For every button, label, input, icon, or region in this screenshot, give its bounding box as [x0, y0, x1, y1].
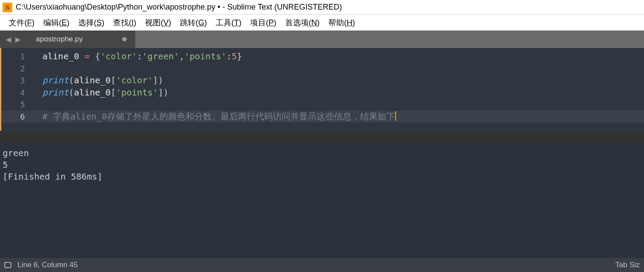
tab-back-icon[interactable]: ◀	[6, 35, 11, 44]
output-line: green	[3, 148, 29, 158]
editor[interactable]: 1 2 3 4 5 6 aline_0 = {'color':'green','…	[0, 48, 644, 131]
tab-dirty-icon	[122, 37, 127, 41]
tab-size-indicator[interactable]: Tab Siz	[615, 261, 640, 269]
window-title: C:\Users\xiaohuang\Desktop\Python_work\a…	[16, 3, 342, 12]
line-number: 3	[1, 75, 33, 87]
menu-help[interactable]: 帮助(H)	[324, 16, 359, 30]
line-number: 1	[1, 51, 33, 63]
text-cursor-icon	[395, 111, 396, 121]
code-line[interactable]	[33, 99, 644, 111]
code-line[interactable]	[33, 63, 644, 75]
menu-view[interactable]: 视图(V)	[141, 16, 176, 30]
cursor-position[interactable]: Line 6, Column 45	[17, 261, 78, 269]
menu-tools[interactable]: 工具(T)	[211, 16, 246, 30]
line-number: 6	[1, 111, 33, 123]
code-line[interactable]: # 字典alien_0存储了外星人的颜色和分数。最后两行代码访问并显示这些信息，…	[33, 111, 644, 123]
panel-switcher-icon[interactable]	[4, 262, 11, 268]
code-line[interactable]: print(aline_0['color'])	[33, 75, 644, 87]
menu-find[interactable]: 查找(I)	[109, 16, 141, 30]
line-number: 4	[1, 87, 33, 99]
menu-edit[interactable]: 编辑(E)	[39, 16, 74, 30]
code-line[interactable]: aline_0 = {'color':'green','points':5}	[33, 51, 644, 63]
output-line: [Finished in 586ms]	[3, 171, 103, 182]
menu-select[interactable]: 选择(S)	[74, 16, 109, 30]
tab-forward-icon[interactable]: ▶	[15, 35, 21, 44]
line-number: 5	[1, 99, 33, 111]
menu-file[interactable]: 文件(F)	[4, 16, 39, 30]
app-icon: S	[3, 3, 12, 12]
line-number: 2	[1, 63, 33, 75]
tab-label: apostrophe.py	[36, 35, 83, 44]
tab-bar: ◀ ▶ apostrophe.py	[0, 31, 644, 48]
menu-bar: 文件(F) 编辑(E) 选择(S) 查找(I) 视图(V) 跳转(G) 工具(T…	[0, 15, 644, 31]
menu-prefs[interactable]: 首选项(N)	[281, 16, 324, 30]
code-area[interactable]: aline_0 = {'color':'green','points':5} p…	[33, 48, 644, 131]
tab-apostrophe[interactable]: apostrophe.py	[26, 31, 135, 48]
panel-divider[interactable]	[0, 131, 644, 143]
code-line[interactable]: print(aline_0['points'])	[33, 87, 644, 99]
tab-nav: ◀ ▶	[0, 31, 26, 48]
line-gutter: 1 2 3 4 5 6	[0, 48, 33, 131]
menu-goto[interactable]: 跳转(G)	[176, 16, 211, 30]
status-bar: Line 6, Column 45 Tab Siz	[0, 258, 644, 272]
build-output[interactable]: green 5 [Finished in 586ms]	[0, 143, 644, 258]
menu-project[interactable]: 项目(P)	[246, 16, 281, 30]
window-titlebar: S C:\Users\xiaohuang\Desktop\Python_work…	[0, 0, 644, 15]
output-line: 5	[3, 160, 8, 170]
